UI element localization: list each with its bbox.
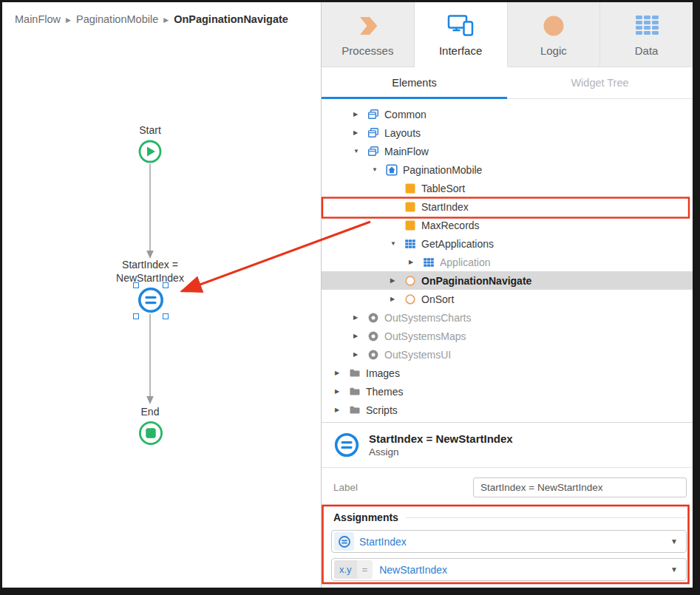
variable-icon [404,183,416,194]
tree-item-onpaginationnavigate[interactable]: ▶OnPaginationNavigate [322,271,693,290]
tree-item-label: TableSort [421,183,465,194]
start-node[interactable] [137,139,163,164]
connector-start-to-assign [144,164,156,259]
tree-item-label: Scripts [366,404,398,416]
event-icon [404,293,416,305]
tree-item-outsystemsui[interactable]: ▶OutSystemsUI [322,345,693,364]
tree-item-outsystemsmaps[interactable]: ▶OutSystemsMaps [322,327,693,345]
tree-item-application[interactable]: ▶Application [322,253,693,271]
breadcrumb-item-mainflow[interactable]: MainFlow [15,13,61,25]
assignment-expression-dropdown[interactable]: x.y = NewStartIndex ▼ [331,558,687,581]
chevron-down-icon[interactable]: ▼ [670,565,678,574]
assign-node-label-line1: StartIndex = [84,258,217,271]
tree-item-label: Common [384,109,427,120]
breadcrumb-item-onpaginationnavigate[interactable]: OnPaginationNavigate [174,13,288,25]
tree-item-paginationmobile[interactable]: ▼PaginationMobile [322,160,693,179]
screens-icon [367,146,379,157]
tree-item-label: Themes [366,386,404,398]
tree-item-tablesort[interactable]: TableSort [322,179,693,197]
expander-collapsed-icon[interactable]: ▶ [389,277,404,284]
tree-item-outsystemscharts[interactable]: ▶OutSystemsCharts [322,308,693,327]
tree-item-label: Images [366,367,400,379]
arrowhead-down-icon [146,396,154,404]
tree-item-mainflow[interactable]: ▼MainFlow [322,142,693,160]
tree-item-themes[interactable]: ▶Themes [322,382,693,401]
breadcrumb-separator-icon: ▶ [66,16,71,24]
flow-canvas[interactable]: MainFlow▶PaginationMobile▶OnPaginationNa… [2,2,321,588]
expander-expanded-icon[interactable]: ▼ [370,166,386,173]
tab-widget-tree[interactable]: Widget Tree [507,67,693,98]
tab-processes[interactable]: Processes [322,2,415,67]
expander-collapsed-icon[interactable]: ▶ [352,333,367,339]
expander-expanded-icon[interactable]: ▼ [389,240,404,247]
tree-item-label: StartIndex [421,201,469,213]
tab-label: Interface [439,44,482,57]
assign-node[interactable] [137,286,165,314]
tab-elements[interactable]: Elements [322,67,507,98]
donut-icon [367,312,379,324]
expander-collapsed-icon[interactable]: ▶ [352,351,367,358]
selection-handle-bottom-left[interactable] [133,313,139,319]
assignments-heading-row: Assignments [333,511,687,523]
sub-tab-bar: ElementsWidget Tree [322,67,693,99]
variable-icon [404,220,416,231]
tree-item-label: OnPaginationNavigate [421,275,531,287]
donut-icon [367,349,379,361]
donut-icon [367,330,379,342]
tab-interface[interactable]: Interface [415,2,508,67]
tree-item-label: OnSort [421,293,454,305]
tab-logic[interactable]: Logic [508,2,601,67]
screens-icon [367,127,379,139]
logic-icon [539,12,568,38]
assignments-heading: Assignments [333,511,398,523]
label-property-row: Label StartIndex = NewStartIndex [322,468,693,506]
expander-collapsed-icon[interactable]: ▶ [352,314,367,321]
xy-expression-badge: x.y [334,560,357,579]
tab-label: Data [635,44,659,57]
assignment-expression-value: NewStartIndex [379,564,447,576]
expander-collapsed-icon[interactable]: ▶ [333,370,349,376]
tree-item-label: MaxRecords [421,220,480,231]
expander-collapsed-icon[interactable]: ▶ [389,296,404,302]
tree-item-onsort[interactable]: ▶OnSort [322,290,693,308]
tree-item-label: OutSystemsMaps [384,330,466,342]
assignment-variable-dropdown[interactable]: StartIndex ▼ [331,530,687,553]
folder-icon [349,367,361,379]
elements-tree: ▶Common▶Layouts▼MainFlow▼PaginationMobil… [322,99,693,423]
right-panel: ProcessesInterfaceLogicData ElementsWidg… [321,2,693,588]
connector-assign-to-end [144,314,156,405]
expander-collapsed-icon[interactable]: ▶ [333,407,349,413]
tab-data[interactable]: Data [600,2,693,67]
expander-collapsed-icon[interactable]: ▶ [407,259,423,265]
properties-title: StartIndex = NewStartIndex [369,432,513,445]
selection-handle-bottom-right[interactable] [163,313,169,319]
grid-icon [423,256,435,268]
service-studio-window: MainFlow▶PaginationMobile▶OnPaginationNa… [2,2,693,588]
tree-item-label: PaginationMobile [403,164,482,176]
expander-collapsed-icon[interactable]: ▶ [352,111,367,118]
breadcrumb-separator-icon: ▶ [163,16,169,24]
folder-icon [349,404,361,416]
equals-operator: = [357,560,373,579]
interface-icon [446,12,475,38]
tree-item-startindex[interactable]: StartIndex [322,197,693,216]
end-node[interactable] [137,420,164,446]
tree-item-label: Application [440,256,491,268]
breadcrumb-item-paginationmobile[interactable]: PaginationMobile [76,13,158,25]
label-input[interactable]: StartIndex = NewStartIndex [473,477,687,497]
chevron-down-icon[interactable]: ▼ [670,537,678,545]
tree-item-label: OutSystemsCharts [384,312,471,324]
expander-collapsed-icon[interactable]: ▶ [333,388,349,395]
expander-expanded-icon[interactable]: ▼ [352,148,367,154]
tree-item-images[interactable]: ▶Images [322,364,693,382]
expander-collapsed-icon[interactable]: ▶ [352,129,367,136]
tree-item-label: OutSystemsUI [384,349,451,361]
properties-subtitle: Assign [369,446,513,458]
tree-item-layouts[interactable]: ▶Layouts [322,123,693,142]
tree-item-maxrecords[interactable]: MaxRecords [322,216,693,234]
tab-label: Logic [540,44,567,57]
tree-item-scripts[interactable]: ▶Scripts [322,401,693,419]
tree-item-common[interactable]: ▶Common [322,105,693,123]
tree-item-getapplications[interactable]: ▼GetApplications [322,234,693,253]
assign-node-label: StartIndex = NewStartIndex [84,258,217,285]
